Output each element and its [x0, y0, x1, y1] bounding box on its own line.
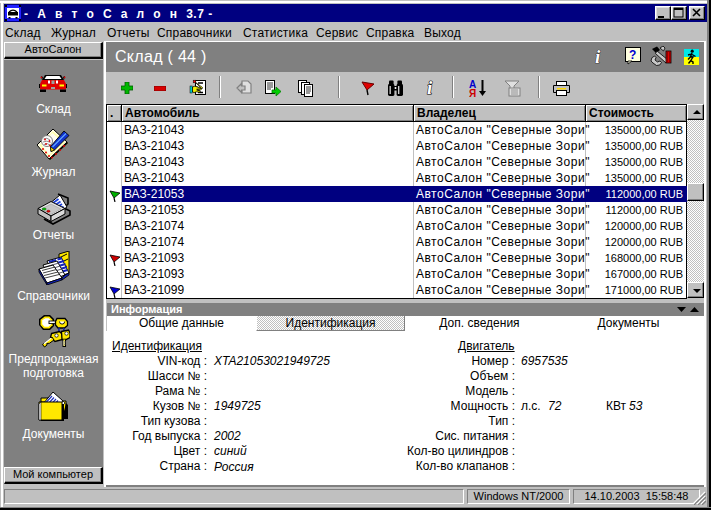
- svg-text:?: ?: [629, 48, 636, 62]
- svg-text:Я: Я: [469, 88, 476, 98]
- svg-text:i: i: [427, 78, 433, 98]
- svg-text:i: i: [595, 47, 601, 67]
